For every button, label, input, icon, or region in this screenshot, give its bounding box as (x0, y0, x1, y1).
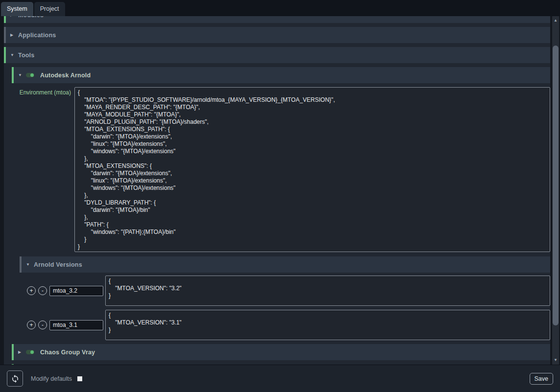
section-title: Applications (18, 32, 56, 39)
version-json-textarea[interactable]: { "MTOA_VERSION": "3.2" } (105, 276, 550, 306)
caret-down-icon[interactable]: ▼ (10, 53, 18, 57)
modify-defaults-checkbox[interactable] (77, 376, 82, 381)
tools-section-body: ▼ Autodesk Arnold Environment (mtoa) { "… (12, 67, 550, 365)
scroll-up-arrow-icon[interactable]: ▲ (552, 17, 559, 24)
section-header-autodesk-arnold[interactable]: ▼ Autodesk Arnold (12, 67, 550, 83)
caret-right-icon[interactable]: ▶ (10, 16, 18, 17)
caret-right-icon[interactable]: ▶ (18, 350, 26, 354)
tab-project[interactable]: Project (34, 2, 65, 16)
refresh-icon (11, 374, 20, 383)
section-title: Modules (18, 16, 44, 19)
tab-bar: System Project (0, 0, 560, 16)
scroll-down-arrow-icon[interactable]: ▼ (552, 357, 559, 364)
section-title: Tools (18, 52, 34, 59)
version-json-textarea[interactable]: { "MTOA_VERSION": "3.1" } (105, 310, 550, 340)
section-title: Autodesk Arnold (40, 72, 91, 79)
environment-field-row: Environment (mtoa) { "MTOA": "{PYPE_STUD… (12, 87, 550, 252)
section-header-chaos-group-vray[interactable]: ▶ Chaos Group Vray (12, 344, 550, 360)
version-row-controls: + - (27, 320, 105, 330)
environment-json-textarea[interactable]: { "MTOA": "{PYPE_STUDIO_SOFTWARE}/arnold… (74, 87, 550, 252)
remove-version-button[interactable]: - (38, 286, 47, 295)
section-title: Arnold Versions (34, 261, 82, 268)
add-version-button[interactable]: + (27, 321, 36, 329)
arnold-versions-body: ▼ Arnold Versions + - { "MTOA_VERSION": … (20, 256, 550, 340)
enabled-toggle[interactable] (26, 350, 34, 354)
settings-window: System Project ▶ Modules ▶ Applications … (0, 0, 560, 392)
caret-down-icon[interactable]: ▼ (26, 263, 34, 267)
caret-down-icon[interactable]: ▼ (18, 73, 26, 77)
enabled-toggle[interactable] (26, 73, 34, 77)
environment-label: Environment (mtoa) (12, 87, 74, 252)
remove-version-button[interactable]: - (38, 321, 47, 329)
section-header-arnold-versions[interactable]: ▼ Arnold Versions (20, 256, 550, 273)
caret-right-icon[interactable]: ▶ (10, 33, 18, 37)
version-row: + - { "MTOA_VERSION": "3.1" } (20, 310, 550, 340)
tab-system[interactable]: System (1, 2, 33, 16)
section-header-applications[interactable]: ▶ Applications (4, 27, 550, 43)
sections-container: ▶ Modules ▶ Applications ▼ Tools ▼ (4, 16, 550, 365)
version-row-controls: + - (27, 286, 105, 296)
version-name-input[interactable] (49, 320, 103, 330)
toggle-knob (30, 350, 34, 354)
version-row: + - { "MTOA_VERSION": "3.2" } (20, 276, 550, 306)
version-name-input[interactable] (49, 286, 103, 296)
modify-defaults-label: Modify defaults (31, 375, 72, 382)
footer-bar: Modify defaults Save (0, 365, 560, 392)
add-version-button[interactable]: + (27, 286, 36, 295)
vertical-scrollbar[interactable]: ▲ ▼ (552, 16, 559, 365)
scrollbar-thumb[interactable] (553, 46, 559, 325)
refresh-button[interactable] (7, 370, 23, 387)
settings-scroll-area[interactable]: ▶ Modules ▶ Applications ▼ Tools ▼ (0, 16, 560, 365)
save-button[interactable]: Save (530, 373, 554, 385)
toggle-knob (30, 73, 34, 77)
section-title: Chaos Group Vray (40, 349, 95, 356)
section-header-tools[interactable]: ▼ Tools (4, 47, 550, 63)
section-header-modules[interactable]: ▶ Modules (4, 16, 550, 23)
